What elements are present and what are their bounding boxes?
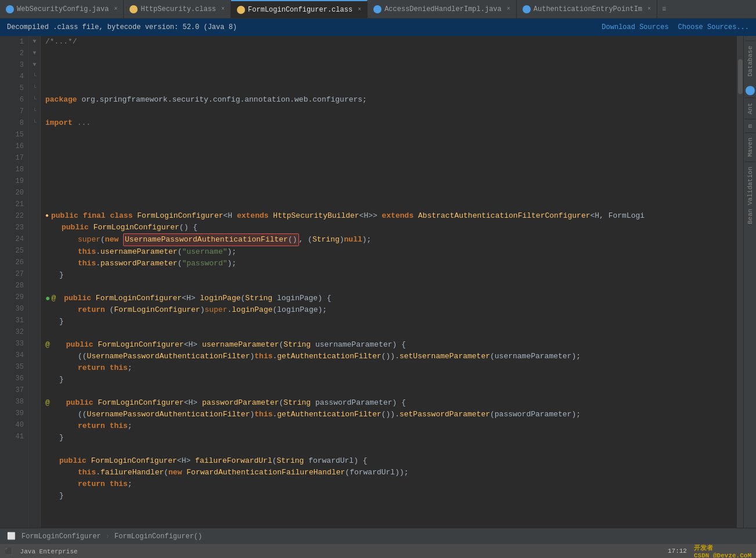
sidebar-tab-maven[interactable]: Maven (745, 132, 755, 161)
code-line-33: ((UsernamePasswordAuthenticationFilter)t… (45, 409, 732, 420)
code-line-24: return (FormLoginConfigurer)super.loginP… (45, 304, 732, 316)
info-bar-actions: Download Sources Choose Sources... (602, 23, 749, 31)
tab-bar: WebSecurityConfig.java × HttpSecurity.cl… (0, 0, 756, 19)
code-content: 1 2 3 4 5 6 7 8 15 16 17 18 19 20 (0, 36, 743, 528)
tab-label: AuthenticationEntryPointIm (534, 5, 642, 13)
code-line-14 (45, 187, 732, 199)
code-line-36 (45, 444, 732, 455)
code-line-26 (45, 327, 732, 339)
code-line-20: this.passwordParameter("password"); (45, 258, 732, 269)
tab-authentry[interactable]: AuthenticationEntryPointIm × (517, 0, 657, 19)
code-line-25: } (45, 316, 732, 327)
breadcrumb-separator: › (106, 532, 110, 541)
close-icon[interactable]: × (114, 6, 117, 12)
tab-label: AccessDeniedHandlerImpl.java (384, 5, 502, 13)
code-line-34: return this; (45, 420, 732, 432)
code-line-4 (45, 71, 732, 82)
code-lines[interactable]: /*...*/ package org.springframework.secu… (41, 36, 736, 528)
sidebar-tab-m[interactable]: m (745, 119, 755, 133)
close-icon[interactable]: × (647, 6, 651, 12)
code-line-12 (45, 164, 732, 175)
code-line-7 (45, 106, 732, 117)
code-line-39: return this; (45, 478, 732, 490)
breadcrumb-file: FormLoginConfigurer (21, 532, 101, 541)
watermark: 开发者CSDN @Devze.CoM (694, 543, 751, 559)
tab-accessdenied[interactable]: AccessDeniedHandlerImpl.java × (368, 0, 517, 19)
code-line-41 (45, 502, 732, 513)
status-left: ⬛ Java Enterprise (5, 548, 78, 555)
main-area: 1 2 3 4 5 6 7 8 15 16 17 18 19 20 (0, 36, 756, 528)
java-file-icon (6, 5, 14, 13)
code-line-5 (45, 82, 732, 94)
vertical-scrollbar[interactable] (736, 36, 743, 528)
code-line-10 (45, 141, 732, 152)
code-line-2 (45, 48, 732, 59)
code-line-29: return this; (45, 362, 732, 374)
choose-sources-link[interactable]: Choose Sources... (678, 23, 749, 31)
class-file-icon (129, 5, 138, 13)
tab-label: FormLoginConfigurer.class (248, 6, 352, 14)
sidebar-tab-ant[interactable]: Ant (745, 98, 755, 119)
sidebar-icon-ant (746, 86, 755, 95)
info-bar: Decompiled .class file, bytecode version… (0, 19, 756, 36)
code-line-27: @ public FormLoginConfigurer<H> username… (45, 339, 732, 351)
code-line-23: ● @ public FormLoginConfigurer<H> loginP… (45, 293, 732, 304)
java-enterprise-label: Java Enterprise (20, 548, 78, 555)
code-line-8: import ... (45, 117, 732, 129)
code-line-31 (45, 386, 732, 397)
tab-formlogin[interactable]: FormLoginConfigurer.class × (231, 0, 368, 19)
decompiled-message: Decompiled .class file, bytecode version… (7, 23, 237, 31)
code-line-3 (45, 59, 732, 71)
tab-websecurity[interactable]: WebSecurityConfig.java × (0, 0, 124, 19)
code-line-1: /*...*/ (45, 36, 732, 48)
code-line-37: public FormLoginConfigurer<H> failureFor… (45, 455, 732, 467)
class-file-icon-active (237, 6, 245, 14)
code-line-6: package org.springframework.security.con… (45, 94, 732, 106)
breadcrumb-method: FormLoginConfigurer() (114, 532, 202, 541)
sidebar-tab-bean-validation[interactable]: Bean Validation (745, 161, 755, 229)
right-sidebar: Database Ant m Maven Bean Validation (743, 36, 756, 528)
download-sources-link[interactable]: Download Sources (602, 23, 668, 31)
tab-label: WebSecurityConfig.java (17, 5, 109, 13)
close-icon[interactable]: × (358, 6, 361, 13)
code-line-9 (45, 129, 732, 141)
status-right: 17:12 开发者CSDN @Devze.CoM (668, 543, 751, 559)
code-line-13 (45, 175, 732, 187)
java-file-icon-2 (373, 5, 381, 13)
line-numbers: 1 2 3 4 5 6 7 8 15 16 17 18 19 20 (0, 36, 29, 528)
tab-label: HttpSecurity.class (141, 5, 216, 13)
code-line-16: ● public final class FormLoginConfigurer… (45, 210, 732, 222)
code-line-18: super(new UsernamePasswordAuthentication… (45, 233, 732, 246)
tab-overflow-button[interactable]: ≡ (657, 5, 671, 13)
code-line-38: this.failureHandler(new ForwardAuthentic… (45, 467, 732, 478)
code-line-22 (45, 281, 732, 293)
code-line-30: } (45, 374, 732, 386)
code-line-17: public FormLoginConfigurer() { (45, 222, 732, 233)
code-line-32: @ public FormLoginConfigurer<H> password… (45, 397, 732, 409)
gutter: ▼ ▼ ▼ └ (29, 36, 41, 528)
code-line-28: ((UsernamePasswordAuthenticationFilter)t… (45, 351, 732, 362)
code-line-40: } (45, 490, 732, 502)
code-editor[interactable]: 1 2 3 4 5 6 7 8 15 16 17 18 19 20 (0, 36, 743, 528)
sidebar-tab-database[interactable]: Database (745, 41, 755, 81)
java-file-icon-3 (523, 5, 531, 13)
tab-httpsecurity[interactable]: HttpSecurity.class × (124, 0, 231, 19)
bottom-bar: ⬜ FormLoginConfigurer › FormLoginConfigu… (0, 528, 756, 544)
status-time: 17:12 (668, 548, 687, 555)
code-line-15 (45, 199, 732, 210)
code-line-11 (45, 152, 732, 164)
code-line-19: this.usernameParameter("username"); (45, 246, 732, 258)
close-icon[interactable]: × (221, 6, 225, 12)
close-icon[interactable]: × (507, 6, 510, 12)
status-bar: ⬛ Java Enterprise 17:12 开发者CSDN @Devze.C… (0, 544, 756, 558)
code-line-21: } (45, 269, 732, 281)
code-line-35: } (45, 432, 732, 444)
